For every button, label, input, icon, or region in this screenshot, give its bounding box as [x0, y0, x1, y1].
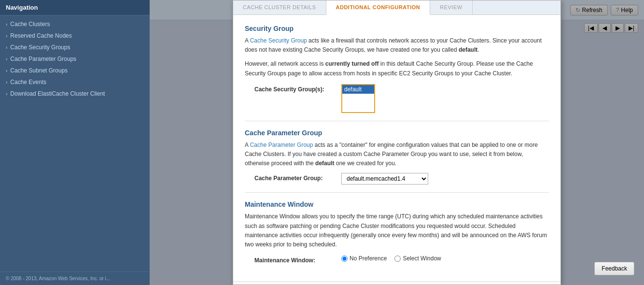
security-group-list[interactable]: default [341, 84, 375, 113]
arrow-icon: › [6, 22, 7, 27]
maintenance-window-form-row: Maintenance Window: No Preference Select… [245, 255, 549, 264]
sidebar-item-cache-subnet-groups[interactable]: › Cache Subnet Groups [0, 65, 150, 76]
parameter-group-dropdown[interactable]: default.memcached1.4 [341, 173, 428, 185]
security-group-form-row: Cache Security Group(s): default [245, 84, 549, 113]
content-area: ↻ Refresh ? Help |◀ ◀ ▶ ▶| CACHE CLUSTER… [150, 0, 644, 285]
sidebar-item-cache-clusters[interactable]: › Cache Clusters [0, 18, 150, 30]
sidebar-header: Navigation [0, 0, 150, 15]
modal-overlay: CACHE CLUSTER DETAILS ADDITIONAL CONFIGU… [150, 0, 644, 285]
sidebar-item-label: Cache Clusters [10, 21, 50, 28]
maintenance-window-section: Maintenance Window Maintenance Window al… [245, 200, 549, 264]
divider-2 [245, 192, 549, 193]
tab-cache-cluster-details[interactable]: CACHE CLUSTER DETAILS [233, 0, 326, 14]
sidebar: Navigation › Cache Clusters › Reserved C… [0, 0, 150, 285]
maintenance-window-radio-group: No Preference Select Window [341, 255, 441, 262]
maintenance-window-title: Maintenance Window [245, 200, 549, 208]
parameter-group-label: Cache Parameter Group: [254, 173, 341, 182]
cache-parameter-group-link[interactable]: Cache Parameter Group [250, 142, 313, 148]
tab-review[interactable]: REVIEW [430, 0, 472, 14]
arrow-icon: › [6, 80, 7, 85]
security-group-title: Security Group [245, 25, 549, 32]
modal-body: Security Group A Cache Security Group ac… [233, 15, 560, 281]
security-group-label: Cache Security Group(s): [254, 84, 341, 93]
security-group-section: Security Group A Cache Security Group ac… [245, 25, 549, 113]
modal-footer: < Back Continue ▶ * Required [233, 281, 560, 285]
arrow-icon: › [6, 91, 7, 97]
no-preference-text: No Preference [350, 255, 387, 262]
select-window-text: Select Window [403, 255, 441, 262]
sidebar-footer: © 2008 - 2013, Amazon Web Services, Inc.… [0, 271, 150, 285]
security-group-warning: However, all network access is currently… [245, 59, 549, 78]
parameter-group-title: Cache Parameter Group [245, 129, 549, 137]
parameter-group-section: Cache Parameter Group A Cache Parameter … [245, 129, 549, 185]
arrow-icon: › [6, 68, 7, 73]
parameter-group-intro: A Cache Parameter Group acts as a "conta… [245, 141, 549, 169]
arrow-icon: › [6, 57, 7, 62]
select-window-radio[interactable] [394, 256, 401, 262]
sidebar-item-label: Reserved Cache Nodes [10, 32, 71, 39]
wizard-modal: CACHE CLUSTER DETAILS ADDITIONAL CONFIGU… [233, 0, 561, 285]
sidebar-item-cache-parameter-groups[interactable]: › Cache Parameter Groups [0, 53, 150, 65]
sidebar-item-label: Cache Security Groups [10, 44, 70, 51]
sidebar-item-label: Cache Events [10, 79, 46, 86]
arrow-icon: › [6, 45, 7, 50]
sidebar-nav: › Cache Clusters › Reserved Cache Nodes … [0, 15, 150, 102]
cache-security-group-link[interactable]: Cache Security Group [250, 37, 307, 44]
no-preference-radio[interactable] [341, 256, 348, 262]
main-layout: Navigation › Cache Clusters › Reserved C… [0, 0, 644, 285]
divider-1 [245, 121, 549, 121]
security-group-intro: A Cache Security Group acts like a firew… [245, 36, 549, 55]
sidebar-item-label: Cache Parameter Groups [10, 56, 76, 62]
tab-additional-configuration[interactable]: ADDITIONAL CONFIGURATION [326, 0, 431, 15]
arrow-icon: › [6, 33, 7, 39]
sidebar-item-label: Download ElastiCache Cluster Client [10, 90, 105, 97]
sidebar-item-reserved-cache-nodes[interactable]: › Reserved Cache Nodes [0, 30, 150, 42]
feedback-button[interactable]: Feedback [594, 262, 634, 275]
select-window-label[interactable]: Select Window [394, 255, 441, 262]
maintenance-window-label: Maintenance Window: [254, 255, 341, 264]
security-group-default-item[interactable]: default [342, 85, 374, 94]
wizard-tabs: CACHE CLUSTER DETAILS ADDITIONAL CONFIGU… [233, 0, 560, 15]
sidebar-item-download-client[interactable]: › Download ElastiCache Cluster Client [0, 88, 150, 100]
sidebar-item-label: Cache Subnet Groups [10, 67, 68, 74]
parameter-group-form-row: Cache Parameter Group: default.memcached… [245, 173, 549, 185]
no-preference-label[interactable]: No Preference [341, 255, 387, 262]
maintenance-window-description: Maintenance Window allows you to specify… [245, 212, 549, 249]
sidebar-item-cache-events[interactable]: › Cache Events [0, 76, 150, 88]
sidebar-item-cache-security-groups[interactable]: › Cache Security Groups [0, 42, 150, 53]
